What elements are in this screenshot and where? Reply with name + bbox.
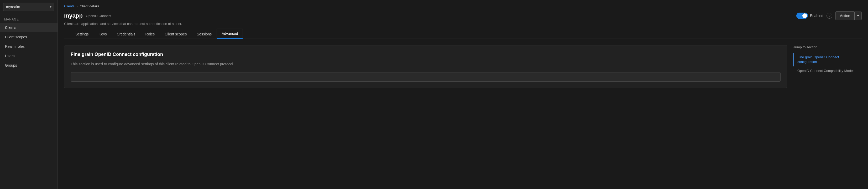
action-button-group: Action ▾	[835, 11, 862, 20]
client-title-row: myapp OpenID Connect Enabled ? Action ▾	[64, 11, 862, 20]
sidebar-item-realm-roles[interactable]: Realm roles	[0, 42, 58, 51]
breadcrumb-separator: ›	[77, 4, 78, 8]
sidebar-item-client-scopes-label: Client scopes	[5, 35, 27, 39]
action-button-main[interactable]: Action	[835, 11, 854, 20]
breadcrumb-current: Client details	[80, 4, 99, 8]
jump-to-section-title: Jump to section	[794, 45, 862, 49]
realm-dropdown[interactable]: myrealm ▾	[3, 3, 54, 11]
tab-roles[interactable]: Roles	[141, 29, 160, 39]
sidebar-item-clients-label: Clients	[5, 26, 16, 30]
sidebar-item-realm-roles-label: Realm roles	[5, 44, 25, 49]
section-title: Fine grain OpenID Connect configuration	[71, 52, 781, 57]
client-protocol: OpenID Connect	[86, 14, 111, 18]
client-title-left: myapp OpenID Connect	[64, 12, 111, 19]
section-input-placeholder[interactable]	[71, 72, 781, 82]
sidebar-item-groups[interactable]: Groups	[0, 61, 58, 70]
breadcrumb-clients-link[interactable]: Clients	[64, 4, 74, 8]
sidebar-item-clients[interactable]: Clients	[0, 23, 58, 32]
realm-selector[interactable]: myrealm ▾	[0, 0, 58, 14]
realm-dropdown-arrow: ▾	[50, 5, 52, 9]
fine-grain-section-card: Fine grain OpenID Connect configuration …	[64, 45, 787, 88]
help-icon[interactable]: ?	[827, 13, 832, 19]
toggle-knob	[802, 13, 807, 18]
sidebar-item-groups-label: Groups	[5, 63, 17, 67]
sidebar: myrealm ▾ Manage Clients Client scopes R…	[0, 0, 58, 189]
sidebar-item-users[interactable]: Users	[0, 51, 58, 61]
jump-item-oidc-compat[interactable]: OpenID Connect Compatibility Modes	[794, 66, 862, 75]
tab-sessions[interactable]: Sessions	[192, 29, 217, 39]
tabs-row: Settings Keys Credentials Roles Client s…	[64, 28, 862, 39]
section-description: This section is used to configure advanc…	[71, 61, 781, 67]
tab-credentials[interactable]: Credentials	[112, 29, 141, 39]
content-area: Fine grain OpenID Connect configuration …	[58, 39, 868, 189]
jump-to-section-sidebar: Jump to section Fine grain OpenID Connec…	[794, 45, 862, 183]
action-button-caret[interactable]: ▾	[854, 11, 862, 20]
enabled-toggle-container: Enabled	[796, 12, 824, 19]
jump-item-fine-grain[interactable]: Fine grain OpenID Connect configuration	[794, 53, 862, 66]
enabled-toggle[interactable]	[796, 12, 808, 19]
enabled-label: Enabled	[810, 14, 824, 18]
tab-advanced[interactable]: Advanced	[217, 29, 243, 39]
sidebar-item-users-label: Users	[5, 54, 15, 58]
realm-name: myrealm	[6, 5, 20, 9]
sidebar-item-client-scopes[interactable]: Client scopes	[0, 32, 58, 42]
tab-client-scopes[interactable]: Client scopes	[160, 29, 192, 39]
client-title-right: Enabled ? Action ▾	[796, 11, 862, 20]
page-header: Clients › Client details myapp OpenID Co…	[58, 0, 868, 39]
manage-label: Manage	[0, 14, 58, 23]
client-name: myapp	[64, 12, 83, 19]
tab-settings[interactable]: Settings	[70, 29, 94, 39]
tab-keys[interactable]: Keys	[94, 29, 112, 39]
breadcrumb: Clients › Client details	[64, 4, 862, 8]
main-section: Fine grain OpenID Connect configuration …	[64, 45, 787, 183]
main-content-area: Clients › Client details myapp OpenID Co…	[58, 0, 868, 189]
client-description: Clients are applications and services th…	[64, 22, 862, 26]
